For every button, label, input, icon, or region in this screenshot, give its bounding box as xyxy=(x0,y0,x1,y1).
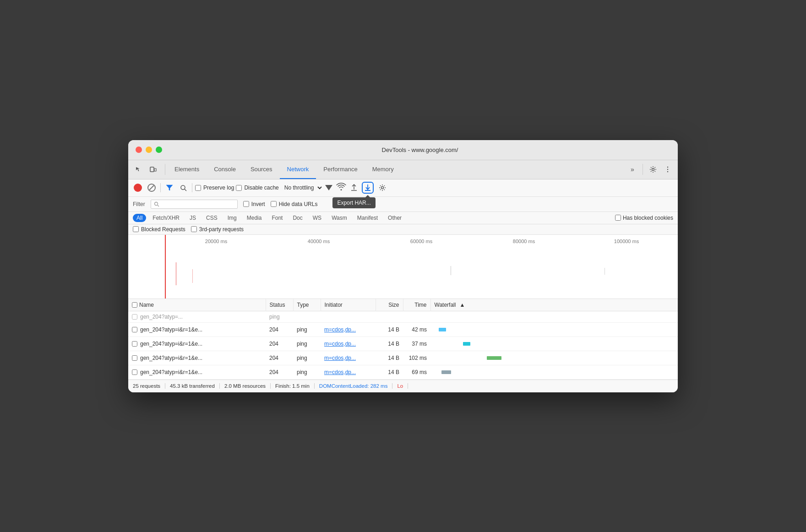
network-settings-btn-wrap xyxy=(376,182,388,194)
waterfall-sort-arrow: ▲ xyxy=(459,302,465,308)
blocked-requests-checkbox[interactable]: Blocked Requests xyxy=(133,226,185,233)
maximize-button[interactable] xyxy=(156,147,162,153)
table-row[interactable]: gen_204?atyp=i&r=1&e... 204pingm=cdos,dp… xyxy=(128,365,678,379)
filter-type-css[interactable]: CSS xyxy=(202,214,221,222)
col-header-waterfall[interactable]: Waterfall ▲ xyxy=(430,299,678,311)
row-checkbox-3[interactable] xyxy=(132,369,137,375)
row-initiator-0[interactable]: m=cdos,dp... xyxy=(321,322,376,337)
filter-type-wasm[interactable]: Wasm xyxy=(328,214,351,222)
hide-data-urls-input[interactable] xyxy=(271,201,277,207)
filter-type-other[interactable]: Other xyxy=(384,214,405,222)
filter-input-area[interactable] xyxy=(151,200,238,209)
minimize-button[interactable] xyxy=(146,147,152,153)
upload-icon-button[interactable] xyxy=(348,182,360,194)
tab-divider xyxy=(165,164,165,175)
inspect-icon[interactable] xyxy=(132,163,145,176)
more-tabs-button[interactable]: » xyxy=(626,163,639,176)
third-party-checkbox[interactable]: 3rd-party requests xyxy=(191,226,244,233)
marker-20000: 20000 ms xyxy=(165,239,267,244)
marker-80000: 80000 ms xyxy=(473,239,575,244)
invert-input[interactable] xyxy=(243,201,249,207)
throttle-select[interactable]: No throttling xyxy=(281,183,323,192)
blocked-requests-input[interactable] xyxy=(133,226,139,232)
table-header-row: Name Status Type Initiator Size xyxy=(128,299,678,311)
row-checkbox-0[interactable] xyxy=(132,327,137,332)
filter-type-all[interactable]: All xyxy=(133,214,146,222)
has-blocked-cookies-checkbox[interactable]: Has blocked cookies xyxy=(615,215,673,221)
col-header-type[interactable]: Type xyxy=(293,299,321,311)
row-initiator-3[interactable]: m=cdos,dp... xyxy=(321,365,376,379)
tab-elements[interactable]: Elements xyxy=(167,160,207,179)
row-initiator-2[interactable]: m=cdos,dp... xyxy=(321,351,376,365)
filter-icon-button[interactable] xyxy=(163,182,175,194)
tab-memory[interactable]: Memory xyxy=(365,160,401,179)
row-initiator-1[interactable]: m=cdos,dp... xyxy=(321,337,376,351)
close-button[interactable] xyxy=(136,147,142,153)
hide-data-urls-checkbox[interactable]: Hide data URLs xyxy=(271,201,318,207)
marker-60000: 60000 ms xyxy=(370,239,473,244)
filter-label: Filter xyxy=(133,201,145,207)
search-button[interactable] xyxy=(177,182,189,194)
row-status-2: 204 xyxy=(266,351,293,365)
status-bar: 25 requests 45.3 kB transferred 2.0 MB r… xyxy=(128,380,678,392)
export-har-container: Export HAR... xyxy=(362,182,374,194)
status-resources: 2.0 MB resources xyxy=(220,383,271,389)
table-row[interactable]: gen_204?atyp=i&r=1&e... 204pingm=cdos,dp… xyxy=(128,351,678,365)
filter-type-media[interactable]: Media xyxy=(243,214,266,222)
preserve-log-input[interactable] xyxy=(195,185,201,191)
col-header-time[interactable]: Time xyxy=(403,299,430,311)
row-time-3: 69 ms xyxy=(403,365,430,379)
table-row[interactable]: gen_204?atyp=i&r=1&e... 204pingm=cdos,dp… xyxy=(128,322,678,337)
device-toolbar-icon[interactable] xyxy=(147,163,159,176)
wifi-area xyxy=(336,183,346,193)
export-har-button[interactable] xyxy=(362,182,374,194)
timeline-area[interactable]: 20000 ms 40000 ms 60000 ms 80000 ms 1000… xyxy=(128,235,678,299)
tab-console[interactable]: Console xyxy=(207,160,243,179)
preserve-log-checkbox[interactable]: Preserve log xyxy=(195,185,234,191)
filter-type-fetchxhr[interactable]: Fetch/XHR xyxy=(149,214,183,222)
devtools-window: DevTools - www.google.com/ Elements Cons… xyxy=(128,140,678,392)
row-waterfall-0 xyxy=(430,322,678,337)
filter-type-manifest[interactable]: Manifest xyxy=(354,214,381,222)
filter-type-doc[interactable]: Doc xyxy=(289,214,306,222)
filter-type-img[interactable]: Img xyxy=(224,214,240,222)
filter-input[interactable] xyxy=(161,201,234,207)
col-header-name[interactable]: Name xyxy=(128,299,266,311)
marker-40000: 40000 ms xyxy=(267,239,370,244)
third-party-input[interactable] xyxy=(191,226,197,232)
network-toolbar: Preserve log Disable cache No throttling xyxy=(128,179,678,197)
row-checkbox-1[interactable] xyxy=(132,341,137,347)
filter-type-font[interactable]: Font xyxy=(268,214,286,222)
tab-network[interactable]: Network xyxy=(280,160,316,179)
svg-line-15 xyxy=(158,205,159,206)
col-header-initiator[interactable]: Initiator xyxy=(321,299,376,311)
has-blocked-cookies-input[interactable] xyxy=(615,215,621,221)
row-time-2: 102 ms xyxy=(403,351,430,365)
table-row-partial[interactable]: gen_204?atyp=... ping xyxy=(128,311,678,322)
filter-type-ws[interactable]: WS xyxy=(309,214,325,222)
tabs-bar: Elements Console Sources Network Perform… xyxy=(128,160,678,179)
tab-performance[interactable]: Performance xyxy=(316,160,365,179)
col-header-size[interactable]: Size xyxy=(376,299,403,311)
tab-icons xyxy=(132,163,159,176)
svg-rect-16 xyxy=(176,262,176,285)
row-waterfall-2 xyxy=(430,351,678,365)
settings-icon[interactable] xyxy=(647,163,659,176)
row-waterfall-3 xyxy=(430,365,678,379)
filter-type-js[interactable]: JS xyxy=(186,214,200,222)
select-all-checkbox[interactable] xyxy=(132,302,137,308)
network-settings-button[interactable] xyxy=(376,182,388,194)
disable-cache-checkbox[interactable]: Disable cache xyxy=(236,185,278,191)
more-options-icon[interactable] xyxy=(661,163,674,176)
row-time-1: 37 ms xyxy=(403,337,430,351)
table-row[interactable]: gen_204?atyp=i&r=1&e... 204pingm=cdos,dp… xyxy=(128,337,678,351)
row-checkbox-2[interactable] xyxy=(132,355,137,361)
disable-cache-input[interactable] xyxy=(236,185,242,191)
record-button[interactable] xyxy=(132,182,144,194)
col-header-status[interactable]: Status xyxy=(266,299,293,311)
tab-sources[interactable]: Sources xyxy=(243,160,280,179)
svg-point-3 xyxy=(667,167,668,168)
invert-checkbox[interactable]: Invert xyxy=(243,201,265,207)
row-name-0: gen_204?atyp=i&r=1&e... xyxy=(140,326,202,333)
clear-button[interactable] xyxy=(146,182,158,194)
